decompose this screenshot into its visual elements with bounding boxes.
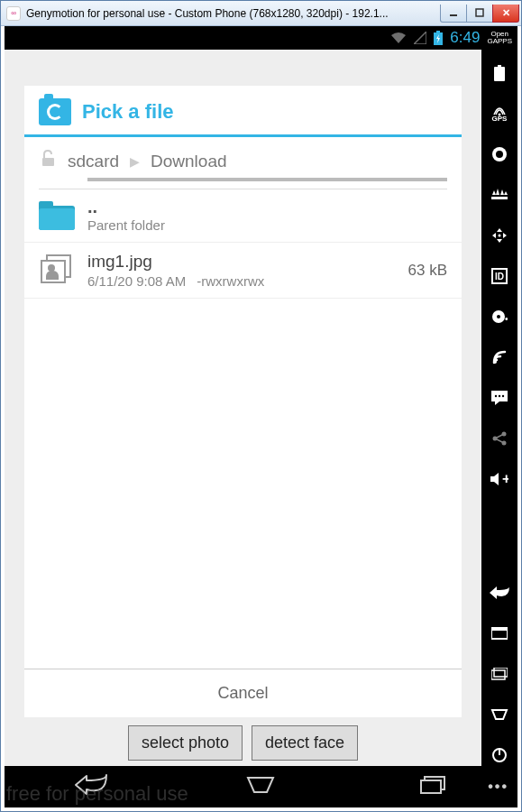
breadcrumb-root: sdcard [68, 152, 119, 171]
gps-widget-icon[interactable]: GPS [489, 103, 510, 125]
svg-text:+: + [502, 471, 508, 486]
svg-point-16 [493, 360, 497, 364]
window-titlebar: ∞ Genymotion for personal use - Custom P… [1, 1, 521, 26]
file-date: 6/11/20 9:08 AM [87, 273, 186, 289]
svg-rect-30 [499, 748, 500, 755]
svg-text:ID: ID [495, 272, 504, 281]
svg-rect-31 [42, 158, 54, 166]
cancel-button[interactable]: Cancel [24, 669, 462, 717]
folder-icon [39, 201, 75, 230]
svg-rect-4 [494, 67, 505, 81]
window-title: Genymotion for personal use - Custom Pho… [26, 7, 441, 20]
svg-rect-9 [491, 197, 508, 199]
recent-widget-icon[interactable] [489, 623, 510, 644]
app-icon [39, 98, 71, 125]
file-row[interactable]: img1.jpg 6/11/20 9:08 AM-rwxrwxrwx 63 kB [24, 243, 462, 299]
device-frame: 6:49 OpenGAPPS GPS ID • + select photo [5, 26, 517, 807]
file-name: img1.jpg [87, 252, 396, 272]
chevron-right-icon: ▶ [130, 154, 140, 169]
image-file-icon [39, 254, 75, 287]
genymotion-sidebar: GPS ID • + [481, 50, 517, 766]
power-widget-icon[interactable] [489, 744, 510, 766]
svg-rect-33 [421, 780, 441, 793]
svg-rect-1 [476, 9, 483, 16]
nav-more-icon[interactable]: ••• [488, 779, 508, 795]
wifi-icon [390, 32, 407, 44]
window-maximize-button[interactable] [466, 5, 493, 23]
svg-point-10 [499, 235, 501, 237]
svg-point-8 [496, 151, 503, 158]
battery-charging-icon [434, 31, 443, 45]
parent-folder-row[interactable]: .. Parent folder [24, 189, 462, 243]
dialog-title: Pick a file [82, 100, 174, 124]
svg-point-20 [502, 395, 504, 397]
file-perm: -rwxrwxrwx [197, 273, 264, 289]
svg-rect-25 [491, 630, 508, 639]
window-minimize-button[interactable] [440, 5, 467, 23]
file-picker-dialog: Pick a file sdcard ▶ Download .. Parent [24, 86, 462, 717]
svg-rect-0 [450, 14, 457, 16]
device-screen: select photo detect face Pick a file sdc… [5, 50, 481, 766]
svg-text:•: • [505, 314, 508, 324]
android-navbar: ••• [5, 766, 517, 807]
genymotion-icon: ∞ [6, 6, 21, 21]
identifier-widget-icon[interactable]: ID [489, 265, 510, 287]
window-close-button[interactable]: ✕ [492, 5, 519, 23]
back-widget-icon[interactable] [489, 582, 510, 604]
signal-icon [414, 32, 426, 44]
breadcrumb-current: Download [151, 152, 227, 171]
multiwindow-widget-icon[interactable] [489, 663, 510, 685]
file-list: .. Parent folder img1.jpg 6/11/20 9:08 A… [24, 189, 462, 669]
file-size: 63 kB [408, 262, 447, 280]
svg-rect-5 [498, 65, 501, 67]
detect-face-button[interactable]: detect face [252, 725, 358, 761]
camera-widget-icon[interactable] [489, 143, 510, 165]
nav-home-icon[interactable] [243, 774, 279, 799]
android-statusbar: 6:49 OpenGAPPS [5, 26, 517, 50]
svg-rect-26 [491, 627, 508, 630]
battery-widget-icon[interactable] [489, 62, 510, 84]
svg-rect-3 [436, 31, 440, 32]
parent-sub: Parent folder [87, 217, 447, 233]
breadcrumb[interactable]: sdcard ▶ Download [24, 137, 462, 178]
svg-point-19 [499, 395, 500, 397]
nav-back-icon[interactable] [72, 774, 108, 799]
nav-recent-icon[interactable] [414, 774, 450, 799]
opengapps-label: OpenGAPPS [487, 31, 512, 45]
unlock-icon [39, 150, 57, 172]
share-widget-icon[interactable] [489, 428, 510, 449]
statusbar-clock: 6:49 [450, 29, 480, 47]
app-window: ∞ Genymotion for personal use - Custom P… [0, 0, 522, 812]
svg-point-14 [497, 315, 500, 318]
network-widget-icon[interactable] [489, 346, 510, 368]
volume-widget-icon[interactable]: + [489, 468, 510, 490]
capture-widget-icon[interactable] [489, 184, 510, 206]
remote-widget-icon[interactable] [489, 225, 510, 246]
disk-widget-icon[interactable]: • [489, 306, 510, 328]
select-photo-button[interactable]: select photo [128, 725, 243, 761]
sms-widget-icon[interactable] [489, 387, 510, 409]
parent-name: .. [87, 197, 97, 217]
home-widget-icon[interactable] [489, 704, 510, 725]
svg-point-18 [495, 395, 497, 397]
